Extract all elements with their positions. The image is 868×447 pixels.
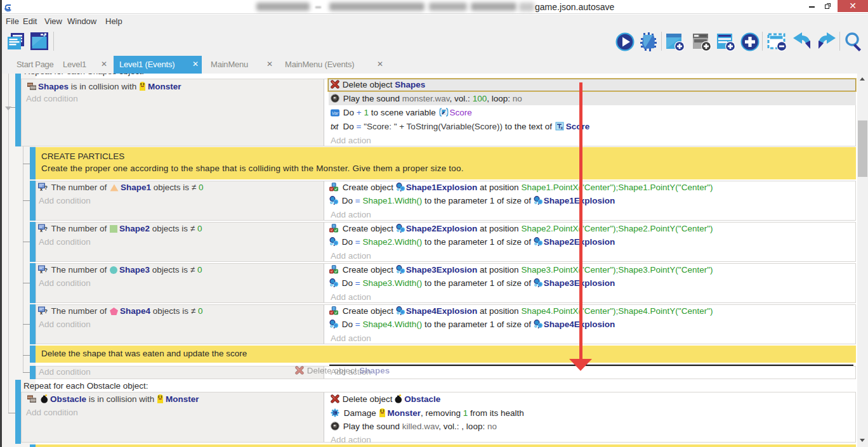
svg-text:?: ?: [44, 308, 48, 314]
svg-text:?: ?: [44, 226, 48, 232]
svg-text:x: x: [560, 126, 563, 130]
svg-text:?: ?: [44, 185, 48, 191]
svg-text:Var: Var: [332, 111, 339, 115]
svg-text:?: ?: [44, 267, 48, 273]
